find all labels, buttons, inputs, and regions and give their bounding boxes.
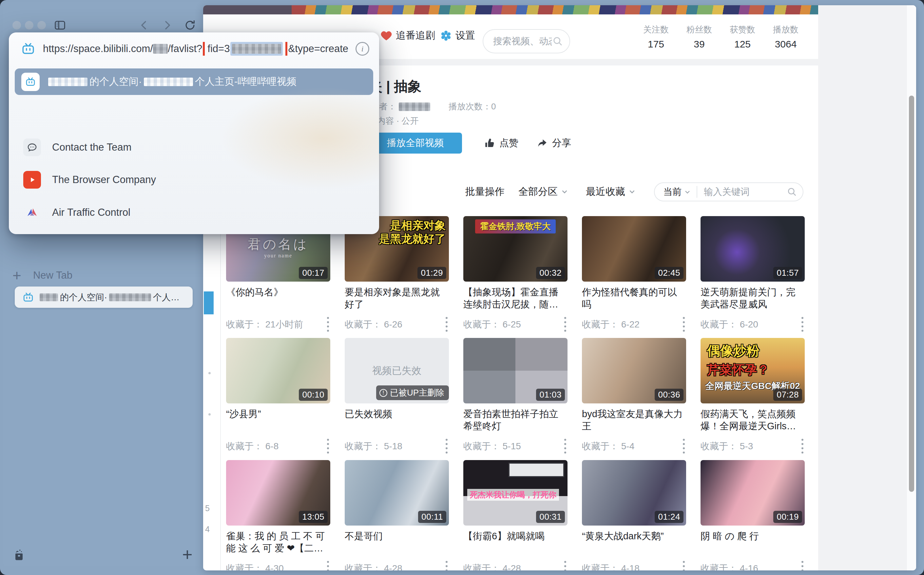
scrollbar-thumb[interactable]	[909, 95, 914, 492]
stat-item[interactable]: 粉丝数39	[687, 24, 712, 50]
omnibox-suggestion[interactable]: Air Traffic Control	[15, 197, 373, 227]
kebab-menu-icon[interactable]	[327, 439, 330, 454]
kebab-menu-icon[interactable]	[446, 561, 449, 570]
video-title[interactable]: “黄泉大战dark天鹅”	[582, 530, 686, 542]
video-title[interactable]: 阴 暗 の 爬 行	[701, 530, 805, 542]
omnibox-suggestion[interactable]: Tips for Organizing	[15, 230, 373, 234]
library-archive-icon[interactable]	[12, 548, 26, 562]
window-zoom-button[interactable]	[37, 21, 46, 29]
video-card[interactable]: 霍金铁肘,致敬牢大00:32【抽象现场】霍金直播连续肘击汉尼拔，随后直播间被封收…	[463, 216, 567, 310]
keyword-input[interactable]: 输入关键词	[697, 186, 786, 198]
video-thumbnail[interactable]: 01:03	[463, 338, 567, 403]
sidebar-toggle-icon[interactable]	[53, 19, 67, 32]
share-button[interactable]: 分享	[536, 133, 571, 154]
video-title[interactable]: byd我这室友是真像大力王	[582, 408, 686, 432]
video-title[interactable]: 不是哥们	[345, 530, 449, 542]
page-scrollbar[interactable]	[907, 5, 916, 570]
video-thumbnail[interactable]: 00:10	[226, 338, 330, 403]
scope-dropdown[interactable]: 当前	[655, 186, 696, 198]
active-tab[interactable]: 的个人空间· 个人…	[15, 286, 193, 308]
kebab-menu-icon[interactable]	[446, 317, 449, 332]
video-card[interactable]: 00:11不是哥们收藏于： 4-28	[345, 460, 449, 542]
bangumi-link[interactable]: 追番追剧	[380, 29, 435, 42]
video-thumbnail[interactable]: 死杰米我让你喝，打死你00:31	[463, 460, 567, 526]
video-card[interactable]: 偶像炒粉芹菜怀孕？全网最逆天GBC解析0207:28假药满天飞，笑点频频爆！全网…	[701, 338, 805, 432]
omnibox-suggestion[interactable]: The Browser Company	[15, 165, 373, 195]
video-title[interactable]: “沙县男”	[226, 408, 330, 420]
video-title[interactable]: 假药满天飞，笑点频频爆！全网最逆天Girls Band Cry解析	[701, 408, 805, 432]
back-button[interactable]	[138, 19, 151, 32]
kebab-menu-icon[interactable]	[564, 439, 567, 454]
like-button[interactable]: 点赞	[484, 133, 518, 154]
kebab-menu-icon[interactable]	[327, 561, 330, 570]
omnibox-suggestion-selected[interactable]: 的个人空间· 个人主页-哔哩哔哩视频	[15, 68, 373, 95]
url-bar[interactable]: https://space.bilibili.com//favlist?fid=…	[9, 32, 379, 65]
kebab-menu-icon[interactable]	[801, 439, 805, 454]
video-title[interactable]: 爱音拍素世拍祥子拍立希壁咚灯	[463, 408, 567, 432]
video-thumbnail[interactable]: 02:45	[582, 216, 686, 282]
video-title[interactable]: 雀巢：我 的 员 工 不 可 能 这 么 可 爱 ❤【二次元爆改	[226, 530, 330, 554]
video-card[interactable]: 02:45作为怪猎代餐真的可以吗收藏于： 6-22	[582, 216, 686, 310]
kebab-menu-icon[interactable]	[801, 561, 805, 570]
favorited-date-row: 收藏于： 6-20	[701, 317, 805, 332]
omnibox-suggestion[interactable]: Contact the Team	[15, 132, 373, 162]
kebab-menu-icon[interactable]	[683, 317, 686, 332]
suggestion-label: Air Traffic Control	[52, 206, 131, 218]
stats-bar: 关注数175粉丝数39获赞数125播放数3064	[643, 14, 798, 59]
video-title[interactable]: 【抽象现场】霍金直播连续肘击汉尼拔，随后直播间被封	[463, 286, 567, 310]
video-card[interactable]: 00:10“沙县男”收藏于： 6-8	[226, 338, 330, 420]
video-title[interactable]: 要是相亲对象是黑龙就好了	[345, 286, 449, 310]
kebab-menu-icon[interactable]	[683, 561, 686, 570]
sort-dropdown[interactable]: 最近收藏	[586, 181, 636, 202]
video-thumbnail[interactable]: 00:11	[345, 460, 449, 526]
selected-fid-value	[230, 42, 283, 56]
video-title[interactable]: 已失效视频	[345, 408, 449, 420]
kebab-menu-icon[interactable]	[801, 317, 805, 332]
search-icon[interactable]	[786, 186, 803, 197]
video-thumbnail[interactable]: 霍金铁肘,致敬牢大00:32	[463, 216, 567, 282]
video-card[interactable]: 死杰米我让你喝，打死你00:31【街霸6】就喝就喝收藏于： 4-28	[463, 460, 567, 542]
video-title[interactable]: 【街霸6】就喝就喝	[463, 530, 567, 542]
video-title[interactable]: 逆天萌新提前关门，完美武器尽显威风	[701, 286, 805, 310]
kebab-menu-icon[interactable]	[564, 561, 567, 570]
tab-title: 的个人空间· 个人…	[40, 291, 180, 303]
category-dropdown[interactable]: 全部分区	[518, 181, 569, 202]
video-card[interactable]: 00:36byd我这室友是真像大力王收藏于： 5-4	[582, 338, 686, 432]
kebab-menu-icon[interactable]	[446, 439, 449, 454]
reload-button[interactable]	[183, 19, 197, 32]
stat-item[interactable]: 关注数175	[643, 24, 669, 50]
stat-item[interactable]: 播放数3064	[773, 24, 798, 50]
video-thumbnail[interactable]: 00:19	[701, 460, 805, 526]
kebab-menu-icon[interactable]	[564, 317, 567, 332]
left-nav-selected-item[interactable]	[204, 291, 213, 315]
video-title[interactable]: 《你的马名》	[226, 286, 330, 298]
new-space-plus-icon[interactable]: +	[182, 544, 193, 564]
video-thumbnail[interactable]: 偶像炒粉芹菜怀孕？全网最逆天GBC解析0207:28	[701, 338, 805, 403]
info-icon[interactable]: i	[355, 42, 369, 56]
batch-operation-button[interactable]: 批量操作	[465, 181, 505, 202]
video-thumbnail[interactable]: 01:57	[701, 216, 805, 282]
play-all-button[interactable]: 播放全部视频	[369, 133, 462, 154]
video-title[interactable]: 作为怪猎代餐真的可以吗	[582, 286, 686, 310]
video-card[interactable]: 01:57逆天萌新提前关门，完美武器尽显威风收藏于： 6-20	[701, 216, 805, 310]
window-minimize-button[interactable]	[25, 21, 33, 29]
video-card[interactable]: 00:19阴 暗 の 爬 行收藏于： 4-16	[701, 460, 805, 542]
kebab-menu-icon[interactable]	[327, 317, 330, 332]
video-thumbnail[interactable]: 13:05	[226, 460, 330, 526]
video-thumbnail[interactable]: 01:24	[582, 460, 686, 526]
video-thumbnail[interactable]: 视频已失效 !已被UP主删除	[345, 338, 449, 403]
video-card[interactable]: 01:03爱音拍素世拍祥子拍立希壁咚灯收藏于： 5-15	[463, 338, 567, 432]
space-search-input[interactable]: 搜索视频、动态	[483, 29, 570, 53]
forward-button[interactable]	[161, 19, 174, 32]
video-card[interactable]: 01:24“黄泉大战dark天鹅”收藏于： 4-18	[582, 460, 686, 542]
new-tab-button[interactable]: + New Tab	[13, 268, 72, 283]
video-card[interactable]: 13:05雀巢：我 的 员 工 不 可 能 这 么 可 爱 ❤【二次元爆改收藏于…	[226, 460, 330, 554]
kebab-menu-icon[interactable]	[683, 439, 686, 454]
url-text[interactable]: https://space.bilibili.com//favlist?fid=…	[43, 42, 348, 56]
search-icon[interactable]	[552, 35, 564, 47]
video-thumbnail[interactable]: 00:36	[582, 338, 686, 403]
settings-link[interactable]: 设置	[440, 29, 475, 42]
stat-item[interactable]: 获赞数125	[730, 24, 755, 50]
video-card[interactable]: 视频已失效 !已被UP主删除已失效视频收藏于： 5-18	[345, 338, 449, 420]
window-close-button[interactable]	[13, 21, 21, 29]
